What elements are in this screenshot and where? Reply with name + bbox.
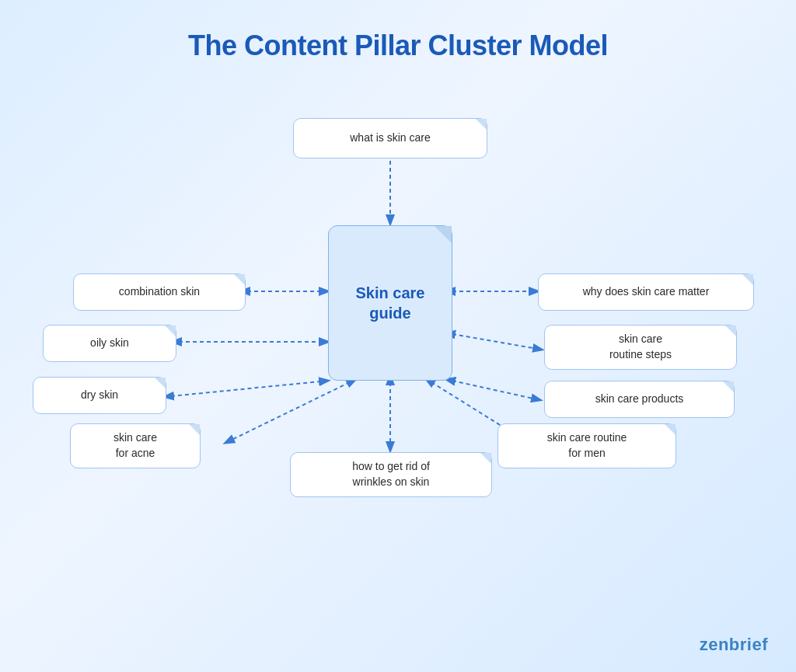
node-why-does-skin-care: why does skin care matter [538,273,754,311]
svg-line-3 [171,381,328,396]
center-label: Skin care guide [341,283,439,323]
svg-line-7 [225,382,350,443]
center-node: Skin care guide [328,225,452,381]
node-skin-care-routine-for-men: skin care routine for men [498,423,676,468]
node-skin-care-products: skin care products [544,381,735,418]
node-skin-care-routine-steps: skin care routine steps [544,325,737,370]
svg-line-6 [452,381,540,400]
node-what-is-skin-care: what is skin care [293,118,487,158]
brand-logo: zenbrief [700,635,768,655]
node-how-to-get-rid: how to get rid of wrinkles on skin [290,452,492,497]
diagram: Skin care guide what is skin care combin… [0,85,796,645]
node-dry-skin: dry skin [33,377,166,414]
node-combination-skin: combination skin [73,273,246,311]
svg-line-5 [452,334,542,350]
page-title: The Content Pillar Cluster Model [0,0,796,62]
node-oily-skin: oily skin [43,325,176,362]
node-skin-care-for-acne: skin care for acne [70,423,201,468]
